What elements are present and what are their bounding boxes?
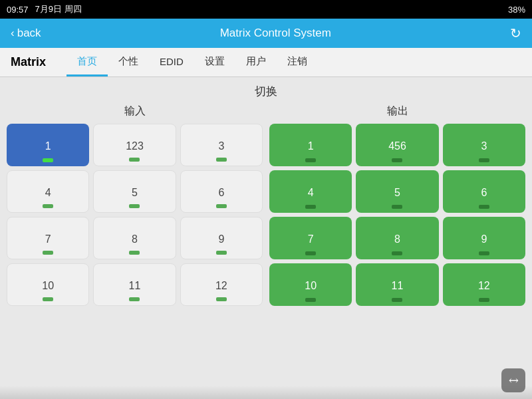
output-grid: 14563456789101112 bbox=[269, 124, 525, 306]
input-cell-label: 10 bbox=[42, 280, 54, 292]
input-cell-label: 8 bbox=[132, 233, 138, 245]
output-cell-9[interactable]: 9 bbox=[443, 217, 525, 259]
input-cell-6[interactable]: 6 bbox=[180, 170, 263, 213]
output-cell-indicator bbox=[305, 158, 316, 162]
input-cell-9[interactable]: 9 bbox=[180, 217, 263, 259]
input-cell-2[interactable]: 123 bbox=[93, 124, 176, 166]
output-cell-label: 8 bbox=[394, 233, 400, 245]
battery: 38% bbox=[508, 5, 525, 15]
input-cell-indicator bbox=[43, 297, 53, 301]
input-cell-indicator bbox=[43, 158, 53, 162]
input-column: 输入 11233456789101112 bbox=[7, 104, 263, 306]
input-cell-label: 11 bbox=[129, 280, 141, 292]
title-tab-bar: Matrix 首页个性EDID设置用户注销 bbox=[0, 48, 532, 77]
output-cell-label: 10 bbox=[305, 280, 317, 292]
input-cell-label: 6 bbox=[218, 187, 224, 199]
input-cell-indicator bbox=[43, 204, 53, 208]
output-cell-2[interactable]: 456 bbox=[356, 124, 438, 166]
app-title: Matrix bbox=[0, 55, 66, 69]
input-cell-indicator bbox=[216, 297, 227, 301]
input-cell-label: 9 bbox=[218, 233, 224, 245]
back-label: back bbox=[17, 27, 41, 40]
input-cell-3[interactable]: 3 bbox=[180, 124, 263, 166]
output-cell-indicator bbox=[392, 298, 402, 302]
input-cell-1[interactable]: 1 bbox=[7, 124, 89, 166]
output-cell-7[interactable]: 7 bbox=[269, 217, 352, 259]
output-cell-6[interactable]: 6 bbox=[443, 170, 525, 213]
output-cell-label: 1 bbox=[308, 140, 314, 152]
input-cell-4[interactable]: 4 bbox=[7, 170, 89, 213]
main-content: 切换 输入 11233456789101112 输出 1456345678910… bbox=[0, 77, 532, 399]
output-cell-indicator bbox=[479, 205, 489, 209]
refresh-button[interactable]: ↻ bbox=[510, 25, 521, 41]
output-cell-label: 3 bbox=[481, 140, 487, 152]
output-cell-label: 11 bbox=[392, 280, 404, 292]
input-cell-indicator bbox=[43, 251, 53, 255]
time: 09:57 bbox=[7, 5, 29, 15]
date: 7月9日 周四 bbox=[35, 3, 82, 15]
input-cell-label: 5 bbox=[132, 187, 138, 199]
section-title: 切换 bbox=[0, 77, 532, 104]
output-cell-label: 456 bbox=[388, 140, 406, 152]
output-cell-3[interactable]: 3 bbox=[443, 124, 525, 166]
input-cell-indicator bbox=[216, 204, 227, 208]
output-cell-label: 6 bbox=[481, 187, 487, 199]
output-column: 输出 14563456789101112 bbox=[269, 104, 525, 306]
tab-bar: 首页个性EDID设置用户注销 bbox=[66, 48, 318, 76]
output-cell-indicator bbox=[479, 251, 489, 255]
input-cell-8[interactable]: 8 bbox=[93, 217, 176, 259]
nav-bar: ‹ back Matrix Control System ↻ bbox=[0, 19, 532, 48]
output-cell-indicator bbox=[479, 298, 489, 302]
nav-title: Matrix Control System bbox=[220, 27, 331, 40]
scroll-button[interactable]: ⤢ bbox=[501, 368, 525, 392]
input-cell-label: 1 bbox=[45, 140, 51, 152]
output-cell-label: 7 bbox=[308, 233, 314, 245]
output-cell-10[interactable]: 10 bbox=[269, 263, 352, 306]
output-cell-5[interactable]: 5 bbox=[356, 170, 438, 213]
output-cell-indicator bbox=[392, 205, 402, 209]
tab-首页[interactable]: 首页 bbox=[66, 48, 108, 76]
input-cell-5[interactable]: 5 bbox=[93, 170, 176, 213]
input-cell-10[interactable]: 10 bbox=[7, 263, 89, 306]
chevron-left-icon: ‹ bbox=[11, 27, 15, 40]
output-cell-8[interactable]: 8 bbox=[356, 217, 438, 259]
input-grid: 11233456789101112 bbox=[7, 124, 263, 306]
output-cell-indicator bbox=[305, 205, 316, 209]
output-cell-1[interactable]: 1 bbox=[269, 124, 352, 166]
output-cell-4[interactable]: 4 bbox=[269, 170, 352, 213]
back-button[interactable]: ‹ back bbox=[11, 27, 41, 40]
tab-个性[interactable]: 个性 bbox=[108, 48, 149, 76]
output-cell-indicator bbox=[305, 251, 316, 255]
output-cell-11[interactable]: 11 bbox=[356, 263, 438, 306]
output-cell-label: 4 bbox=[308, 187, 314, 199]
input-cell-label: 4 bbox=[45, 187, 51, 199]
scroll-hint bbox=[0, 386, 532, 399]
input-cell-indicator bbox=[216, 251, 227, 255]
output-cell-indicator bbox=[305, 298, 316, 302]
output-column-title: 输出 bbox=[269, 104, 525, 118]
output-cell-indicator bbox=[479, 158, 489, 162]
input-cell-indicator bbox=[129, 297, 140, 301]
input-cell-label: 123 bbox=[126, 140, 144, 152]
scroll-icon: ⤢ bbox=[505, 372, 522, 389]
output-cell-label: 12 bbox=[478, 280, 490, 292]
input-cell-12[interactable]: 12 bbox=[180, 263, 263, 306]
input-cell-label: 12 bbox=[215, 280, 227, 292]
status-bar: 09:57 7月9日 周四 38% bbox=[0, 0, 532, 19]
output-cell-indicator bbox=[392, 251, 402, 255]
input-cell-label: 7 bbox=[45, 233, 51, 245]
input-cell-indicator bbox=[129, 158, 140, 162]
tab-EDID[interactable]: EDID bbox=[149, 48, 194, 76]
tab-设置[interactable]: 设置 bbox=[194, 48, 235, 76]
output-cell-label: 5 bbox=[394, 187, 400, 199]
output-cell-12[interactable]: 12 bbox=[443, 263, 525, 306]
input-cell-indicator bbox=[129, 204, 140, 208]
tab-注销[interactable]: 注销 bbox=[277, 48, 318, 76]
input-column-title: 输入 bbox=[7, 104, 263, 118]
input-cell-7[interactable]: 7 bbox=[7, 217, 89, 259]
input-cell-11[interactable]: 11 bbox=[93, 263, 176, 306]
input-cell-indicator bbox=[129, 251, 140, 255]
output-cell-label: 9 bbox=[481, 233, 487, 245]
input-cell-indicator bbox=[216, 158, 227, 162]
tab-用户[interactable]: 用户 bbox=[235, 48, 277, 76]
